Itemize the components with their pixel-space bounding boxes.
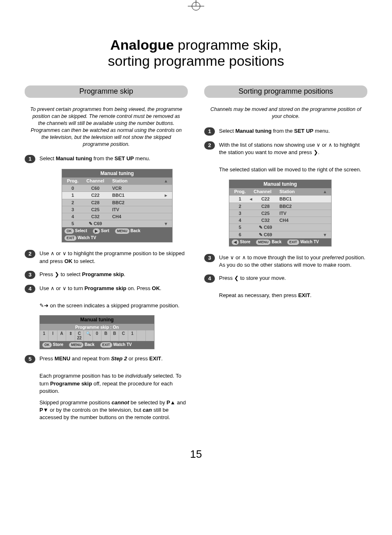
cell: I xyxy=(48,330,57,341)
sort-step-4b: Repeat as necessary, then press EXIT. xyxy=(219,292,367,299)
sort-step-4b-text: Repeat as necessary, then press EXIT. xyxy=(219,292,367,299)
menu1-head-prog: Prog. xyxy=(65,178,81,184)
table-row: 2C28BBC2 xyxy=(62,199,172,206)
table-row: 3C25ITV xyxy=(62,206,172,213)
step-badge-3: 3 xyxy=(25,271,35,279)
skip-step-1: Select Manual tuning from the SET UP men… xyxy=(39,155,188,162)
cell xyxy=(146,330,154,341)
section-header-sort: Sorting programme positions xyxy=(204,85,367,98)
registration-mark xyxy=(184,0,208,12)
skip-step-4-main: Use ∧ or ∨ to turn Programme skip on. Pr… xyxy=(39,285,188,292)
sort-step-2-main: With the list of stations now showing us… xyxy=(219,141,367,156)
skip-step-5c: Skipped programme positions cannot be se… xyxy=(39,399,188,422)
table-row: 3C25ITV xyxy=(229,210,331,217)
skip-step-5-extra: Each programme position has to be indivi… xyxy=(39,372,188,421)
menu-manual-tuning-1: Manual tuning Prog. Channel Station ▴ 0C… xyxy=(62,169,173,242)
title-line2: sorting programme positions xyxy=(108,53,284,69)
table-row: 5✎ C69▾ xyxy=(62,220,172,227)
cell: A xyxy=(58,330,66,341)
cell: ⇕ xyxy=(66,330,75,341)
menu2-title: Manual tuning xyxy=(40,316,154,324)
rmenu-title: Manual tuning xyxy=(229,180,331,188)
cell: C 22 xyxy=(75,330,84,341)
skip-step-4b-text: ✎➜ on the screen indicates a skipped pro… xyxy=(39,302,188,309)
scroll-up-icon: ▴ xyxy=(162,178,170,184)
page-number: 15 xyxy=(25,448,367,461)
skip-intro: To prevent certain programmes from being… xyxy=(29,106,184,148)
cell: B xyxy=(111,330,119,341)
skip-step-4b: ✎➜ on the screen indicates a skipped pro… xyxy=(39,302,188,309)
rmenu-rows: 1◂C22BBC12C28BBC23C25ITV4C32CH45✎ C696✎ … xyxy=(229,195,331,238)
table-row: 4C32CH4 xyxy=(229,217,331,224)
menu1-footer: OK Select▶ SortMENU BackEXIT Watch TV xyxy=(62,227,172,242)
menu1-header-row: Prog. Channel Station ▴ xyxy=(62,178,172,184)
menu1-head-chan: Channel xyxy=(81,178,110,184)
table-row: 0C60VCR xyxy=(62,184,172,191)
table-row: 2C28BBC2 xyxy=(229,203,331,210)
sort-step-3: Use ∨ or ∧ to move through the list to y… xyxy=(219,254,367,269)
menu2-footer: OK StoreMENU BackEXIT Watch TV xyxy=(40,341,154,349)
skip-step-5b: Each programme position has to be indivi… xyxy=(39,372,188,395)
skip-step-5: Press MENU and repeat from Step 2 or pre… xyxy=(39,355,188,367)
menu1-title: Manual tuning xyxy=(62,169,172,178)
step-badge-1: 1 xyxy=(25,155,35,163)
cell: 🔍 xyxy=(84,330,92,341)
right-column: Sorting programme positions Channels may… xyxy=(204,85,367,427)
menu1-rows: 0C60VCR1C22BBC1▸2C28BBC23C25ITV4C32CH45✎… xyxy=(62,184,172,227)
step-badge-4: 4 xyxy=(25,285,35,293)
cell: 1 xyxy=(128,330,137,341)
rmenu-header: Prog. Channel Station ▴ xyxy=(229,188,331,195)
menu2-subtitle: Programme skip : On xyxy=(40,324,154,330)
step-badge-5: 5 xyxy=(25,355,35,363)
sort-step-1: Select Manual tuning from the SET UP men… xyxy=(219,127,367,135)
sort-step-badge-4: 4 xyxy=(204,274,215,283)
cell xyxy=(137,330,145,341)
table-row: 6✎ C69▾ xyxy=(229,231,331,238)
left-column: Programme skip To prevent certain progra… xyxy=(25,85,188,427)
step-badge-2: 2 xyxy=(25,250,35,258)
rmenu-footer: ◀ StoreMENU BackEXIT Watch TV xyxy=(229,238,331,246)
table-row: 4C32CH4 xyxy=(62,213,172,220)
title-bold: Analogue xyxy=(110,37,174,53)
sort-step-badge-2: 2 xyxy=(204,141,215,150)
skip-step-3: Press ❯ to select Programme skip. xyxy=(39,271,188,278)
menu-programme-skip: Manual tuning Programme skip : On 1IA⇕C … xyxy=(39,315,154,349)
rmenu-head-stat: Station xyxy=(277,189,321,194)
table-row: 1◂C22BBC1 xyxy=(229,195,331,203)
rmenu-head-prog: Prog. xyxy=(232,189,248,194)
sort-intro: Channels may be moved and stored on the … xyxy=(208,106,363,120)
menu2-cells: 1IA⇕C 22🔍0BBC1 xyxy=(40,330,154,341)
title-rest1: programme skip, xyxy=(174,37,282,53)
sort-step-2: With the list of stations now showing us… xyxy=(219,141,367,160)
sort-step-badge-1: 1 xyxy=(204,127,215,136)
cell: 0 xyxy=(93,330,101,341)
skip-step-2: Use ∧ or ∨ to highlight the programme po… xyxy=(39,250,188,265)
sort-step-2b-text: The selected station will be moved to th… xyxy=(219,166,367,173)
table-row: 1C22BBC1▸ xyxy=(62,191,172,199)
rmenu-scroll-up-icon: ▴ xyxy=(321,189,329,194)
page-title: Analogue programme skip, sorting program… xyxy=(25,37,367,69)
sort-step-4: Press ❮ to store your move. xyxy=(219,274,367,286)
skip-step-4: Use ∧ or ∨ to turn Programme skip on. Pr… xyxy=(39,285,188,296)
skip-step-5-main: Press MENU and repeat from Step 2 or pre… xyxy=(39,355,188,362)
cell: C xyxy=(119,330,128,341)
cell: B xyxy=(101,330,110,341)
rmenu-head-chan: Channel xyxy=(248,189,277,194)
table-row: 5✎ C69 xyxy=(229,224,331,231)
section-header-skip: Programme skip xyxy=(25,85,188,98)
sort-step-badge-3: 3 xyxy=(204,254,215,262)
sort-step-2b: The selected station will be moved to th… xyxy=(219,166,367,173)
menu-manual-tuning-sort: Manual tuning Prog. Channel Station ▴ 1◂… xyxy=(229,180,332,247)
sort-step-4-main: Press ❮ to store your move. xyxy=(219,274,367,282)
menu1-head-stat: Station xyxy=(110,178,162,184)
cell: 1 xyxy=(40,330,48,341)
